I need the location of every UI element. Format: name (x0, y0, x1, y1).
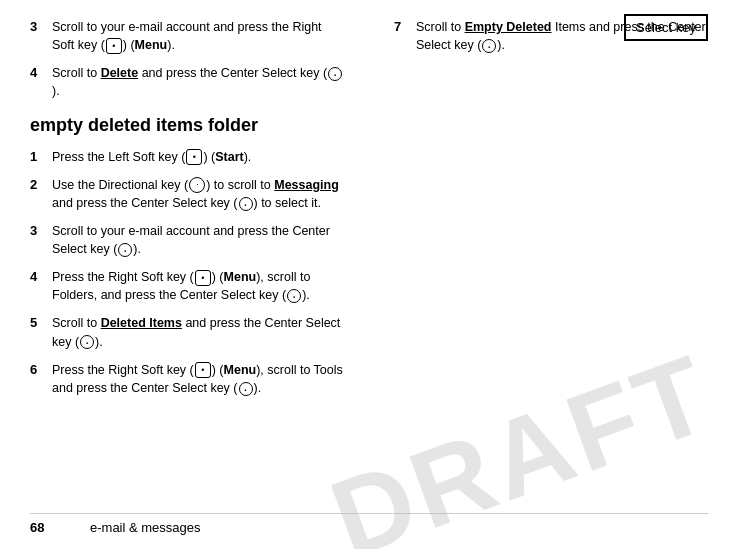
top-section: 3 Scroll to your e-mail account and pres… (30, 18, 708, 111)
step-s3-number: 3 (30, 222, 48, 258)
right-soft-key-icon-4: • (195, 270, 211, 286)
section-step-1: 1 Press the Left Soft key (•) (Start). (30, 148, 344, 166)
page-number: 68 (30, 520, 70, 535)
menu-label-4: Menu (224, 270, 257, 284)
center-key-icon-4 (287, 289, 301, 303)
step-s5-number: 5 (30, 314, 48, 350)
section-step-6: 6 Press the Right Soft key (•) (Menu), s… (30, 361, 344, 397)
step-s6-number: 6 (30, 361, 48, 397)
step-s2-text: Use the Directional key (⋅) to scroll to… (52, 176, 344, 212)
menu-label-6: Menu (224, 363, 257, 377)
bottom-section: 1 Press the Left Soft key (•) (Start). 2… (30, 148, 708, 407)
step-3-text: Scroll to your e-mail account and press … (52, 18, 344, 54)
center-key-icon-2 (239, 197, 253, 211)
section-step-5: 5 Scroll to Deleted Items and press the … (30, 314, 344, 350)
page-container: 3 Scroll to your e-mail account and pres… (0, 0, 738, 549)
right-soft-key-icon-6: • (195, 362, 211, 378)
step-s1-text: Press the Left Soft key (•) (Start). (52, 148, 251, 166)
section-step-4: 4 Press the Right Soft key (•) (Menu), s… (30, 268, 344, 304)
footer-section-label: e-mail & messages (90, 520, 201, 535)
empty-deleted-label: Empty Deleted (465, 20, 552, 34)
step-7-number: 7 (394, 18, 412, 54)
soft-key-icon: • (106, 38, 122, 54)
step-4-text: Scroll to Delete and press the Center Se… (52, 64, 344, 100)
messaging-label: Messaging (274, 178, 339, 192)
section-heading: empty deleted items folder (30, 115, 708, 136)
step-s4-number: 4 (30, 268, 48, 304)
left-top: 3 Scroll to your e-mail account and pres… (30, 18, 354, 111)
center-key-icon (328, 67, 342, 81)
right-bottom (384, 148, 708, 407)
step-s2-number: 2 (30, 176, 48, 212)
start-label: Start (215, 150, 243, 164)
step-s1-number: 1 (30, 148, 48, 166)
step-s4-text: Press the Right Soft key (•) (Menu), scr… (52, 268, 344, 304)
center-key-icon-6 (239, 382, 253, 396)
step-7: 7 Scroll to Empty Deleted Items and pres… (394, 18, 708, 54)
section-step-2: 2 Use the Directional key (⋅) to scroll … (30, 176, 344, 212)
center-key-icon-3 (118, 243, 132, 257)
left-bottom: 1 Press the Left Soft key (•) (Start). 2… (30, 148, 354, 407)
delete-label: Delete (101, 66, 139, 80)
directional-icon: ⋅ (189, 177, 205, 193)
left-soft-key-icon: • (186, 149, 202, 165)
right-top: 7 Scroll to Empty Deleted Items and pres… (384, 18, 708, 111)
step-3: 3 Scroll to your e-mail account and pres… (30, 18, 344, 54)
menu-label: Menu (135, 38, 168, 52)
step-s5-text: Scroll to Deleted Items and press the Ce… (52, 314, 344, 350)
center-key-icon-5 (80, 335, 94, 349)
step-7-text: Scroll to Empty Deleted Items and press … (416, 18, 708, 54)
step-4: 4 Scroll to Delete and press the Center … (30, 64, 344, 100)
deleted-items-label: Deleted Items (101, 316, 182, 330)
footer: 68 e-mail & messages (30, 513, 708, 535)
step-3-number: 3 (30, 18, 48, 54)
step-4-number: 4 (30, 64, 48, 100)
step-s6-text: Press the Right Soft key (•) (Menu), scr… (52, 361, 344, 397)
step-s3-text: Scroll to your e-mail account and press … (52, 222, 344, 258)
section-step-3: 3 Scroll to your e-mail account and pres… (30, 222, 344, 258)
center-key-icon-7 (482, 39, 496, 53)
